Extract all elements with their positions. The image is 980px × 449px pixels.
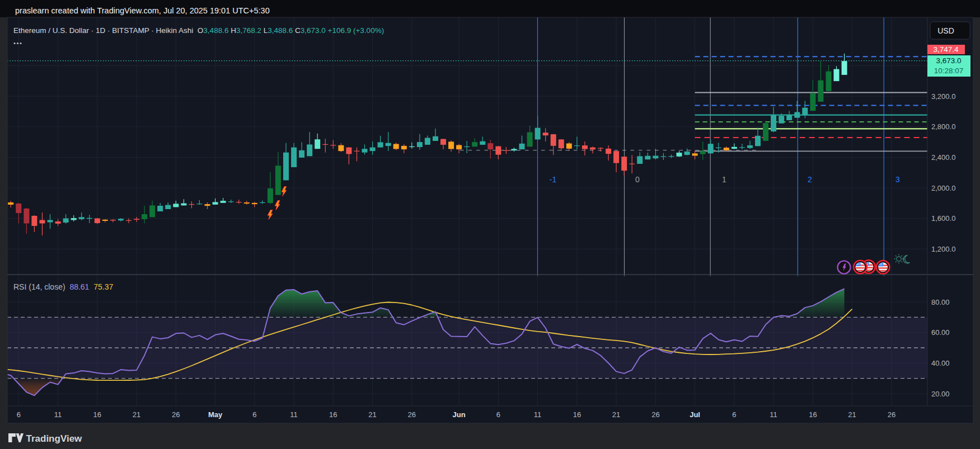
svg-text:praslearn created with Trading: praslearn created with TradingView.com, … <box>15 6 270 15</box>
svg-text:Jul: Jul <box>690 410 700 419</box>
svg-text:USD: USD <box>937 26 954 35</box>
svg-text:21: 21 <box>612 410 620 419</box>
svg-text:-1: -1 <box>550 175 557 184</box>
svg-text:11: 11 <box>54 410 62 419</box>
svg-text:16: 16 <box>809 410 817 419</box>
svg-text:26: 26 <box>408 410 416 419</box>
svg-text:60.00: 60.00 <box>931 328 950 337</box>
svg-text:Ethereum / U.S. Dollar · 1D ·: Ethereum / U.S. Dollar · 1D · BITSTAMP ·… <box>13 26 384 35</box>
svg-text:16: 16 <box>573 410 581 419</box>
svg-text:3,673.0: 3,673.0 <box>936 56 961 65</box>
svg-text:6: 6 <box>496 410 500 419</box>
svg-text:21: 21 <box>848 410 856 419</box>
svg-text:2,800.0: 2,800.0 <box>931 122 955 131</box>
svg-text:1,200.0: 1,200.0 <box>931 245 955 253</box>
svg-text:10:28:07: 10:28:07 <box>934 67 964 75</box>
svg-text:16: 16 <box>93 410 101 419</box>
svg-text:Jun: Jun <box>453 410 466 419</box>
svg-text:26: 26 <box>651 410 659 419</box>
svg-text:2,400.0: 2,400.0 <box>931 153 955 162</box>
svg-text:21: 21 <box>133 410 140 419</box>
svg-text:11: 11 <box>534 410 542 419</box>
svg-text:11: 11 <box>290 410 298 419</box>
svg-text:40.00: 40.00 <box>931 359 950 367</box>
svg-text:3,747.4: 3,747.4 <box>933 45 959 54</box>
svg-text:80.00: 80.00 <box>931 298 950 306</box>
svg-text:0: 0 <box>635 175 640 184</box>
svg-text:3: 3 <box>895 175 900 184</box>
svg-text:20.00: 20.00 <box>931 390 950 398</box>
svg-text:1,600.0: 1,600.0 <box>931 214 955 223</box>
svg-text:6: 6 <box>17 410 21 419</box>
svg-text:2: 2 <box>808 175 812 184</box>
svg-text:2,000.0: 2,000.0 <box>931 184 955 192</box>
svg-text:May: May <box>208 410 223 419</box>
svg-text:16: 16 <box>329 410 337 419</box>
svg-text:TradingView: TradingView <box>26 433 83 444</box>
svg-text:6: 6 <box>252 410 256 419</box>
svg-text:3,200.0: 3,200.0 <box>931 92 955 101</box>
svg-text:6: 6 <box>732 410 736 419</box>
svg-text:26: 26 <box>172 410 180 419</box>
svg-text:26: 26 <box>888 410 895 419</box>
svg-text:1: 1 <box>722 175 726 184</box>
svg-text:21: 21 <box>368 410 376 419</box>
svg-text:11: 11 <box>770 410 777 419</box>
svg-text:RSI (14, close) 88.61 75.37: RSI (14, close) 88.61 75.37 <box>13 282 113 291</box>
